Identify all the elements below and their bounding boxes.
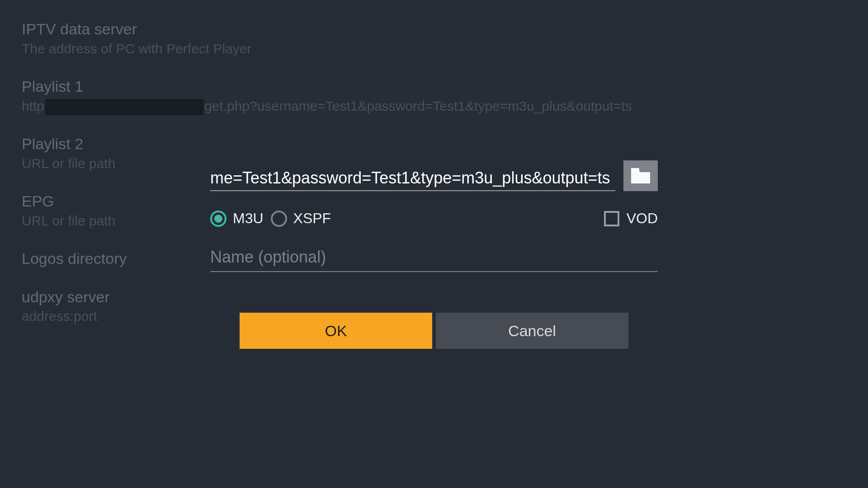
folder-icon (630, 167, 651, 184)
radio-xspf[interactable]: XSPF (271, 210, 331, 227)
setting-title: Playlist 1 (22, 77, 846, 96)
radio-circle-icon (210, 211, 226, 227)
setting-iptv-server: IPTV data server The address of PC with … (22, 11, 846, 69)
setting-title: IPTV data server (22, 19, 846, 39)
redacted-block (45, 99, 203, 115)
radio-m3u[interactable]: M3U (210, 210, 264, 227)
playlist-name-input[interactable] (210, 248, 658, 272)
dialog-button-row: OK Cancel (210, 313, 658, 349)
checkbox-box-icon (604, 211, 619, 226)
radio-label: M3U (233, 210, 264, 227)
url-row (210, 160, 658, 191)
browse-button[interactable] (623, 160, 658, 191)
cancel-button[interactable]: Cancel (436, 313, 628, 349)
url-suffix: get.php?username=Test1&password=Test1&ty… (204, 99, 632, 113)
setting-subtitle: httpget.php?username=Test1&password=Test… (22, 97, 846, 116)
setting-playlist-1: Playlist 1 httpget.php?username=Test1&pa… (5, 69, 863, 126)
radio-label: XSPF (293, 210, 331, 227)
radio-circle-icon (271, 211, 287, 227)
format-options-row: M3U XSPF VOD (210, 210, 658, 227)
svg-rect-0 (631, 168, 639, 172)
setting-title: Playlist 2 (22, 134, 846, 154)
setting-subtitle: The address of PC with Perfect Player (22, 40, 846, 58)
url-prefix: http (22, 99, 44, 113)
ok-button[interactable]: OK (240, 313, 432, 349)
playlist-url-input[interactable] (210, 169, 615, 191)
checkbox-vod[interactable]: VOD (604, 210, 658, 227)
playlist-edit-dialog: M3U XSPF VOD OK Cancel (210, 160, 658, 349)
checkbox-label: VOD (627, 210, 658, 227)
